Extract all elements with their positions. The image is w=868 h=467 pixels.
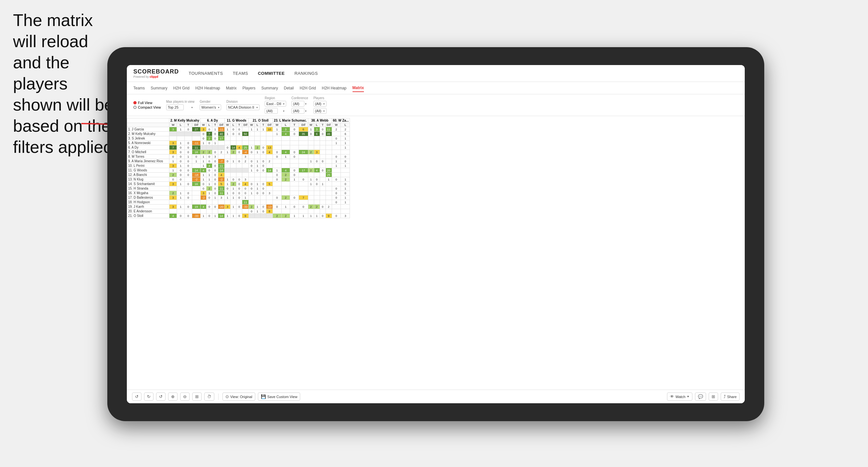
matrix-cell — [184, 132, 192, 136]
table-row: 12. A Bianchi200-18110402025 — [127, 173, 350, 177]
table-row: 16. X Mcgaha210310111000100300 — [127, 191, 350, 195]
tablet-screen: SCOREBOARD Powered by clippd TOURNAMENTS… — [127, 65, 745, 403]
matrix-cell: 0 — [273, 150, 281, 154]
matrix-cell: 0 — [184, 214, 192, 218]
matrix-cell: 14 — [218, 168, 224, 173]
matrix-cell — [332, 209, 341, 214]
nav-items: TOURNAMENTS TEAMS COMMITTEE RANKINGS — [189, 70, 318, 77]
matrix-cell — [341, 209, 350, 214]
nav-committee[interactable]: COMMITTEE — [258, 70, 285, 77]
matrix-cell: 0 — [230, 132, 236, 136]
matrix-cell: 1 — [332, 163, 341, 168]
subnav-matrix2[interactable]: Matrix — [352, 84, 364, 92]
save-custom-view-button[interactable]: 💾 Save Custom View — [258, 393, 301, 401]
subnav-h2h-grid[interactable]: H2H Grid — [173, 85, 190, 92]
matrix-cell — [224, 163, 230, 168]
matrix-cell: 3 — [212, 154, 218, 159]
region-all-select[interactable]: (All) — [265, 108, 278, 114]
matrix-cell — [308, 163, 314, 168]
zoom-in-button[interactable]: ⊕ — [168, 393, 178, 401]
subnav-matrix[interactable]: Matrix — [226, 85, 237, 92]
matrix-cell: 14 — [192, 168, 200, 173]
subnav-h2h-grid2[interactable]: H2H Grid — [300, 85, 316, 92]
players-all-select2[interactable]: (All) — [313, 108, 327, 114]
matrix-cell: 1 — [177, 195, 184, 200]
matrix-cell — [326, 200, 332, 205]
matrix-cell: 0 — [260, 150, 266, 154]
matrix-cell: 1 — [177, 182, 184, 186]
matrix-cell: 0 — [290, 127, 299, 132]
compact-view-radio[interactable]: Compact View — [133, 105, 161, 109]
full-view-radio[interactable]: Full View — [133, 101, 161, 105]
matrix-cell — [281, 159, 290, 163]
matrix-cell: 3 — [341, 214, 350, 218]
matrix-cell — [230, 209, 236, 214]
zoom-fit-button[interactable]: ⊞ — [192, 393, 202, 401]
matrix-cell: 0 — [332, 191, 341, 195]
matrix-cell: 0 — [212, 136, 218, 141]
max-players-filter: Max players in view Top 25 — [166, 100, 194, 110]
matrix-cell: 0 — [184, 150, 192, 154]
matrix-cell — [308, 173, 314, 177]
matrix-cell — [206, 209, 212, 214]
share-button[interactable]: ⤴ Share — [721, 393, 740, 401]
matrix-cell — [320, 163, 326, 168]
matrix-cell: 5 — [266, 182, 273, 186]
nav-teams[interactable]: TEAMS — [233, 70, 248, 77]
matrix-table-wrapper[interactable]: 2. M Kelly Mulcahy 6. A Dy 11. G Woods 2… — [127, 116, 745, 390]
reset-button[interactable]: ↺ — [156, 393, 165, 401]
subnav-teams[interactable]: Teams — [133, 85, 145, 92]
matrix-cell: 1 — [290, 214, 299, 218]
region-select[interactable]: East - DII — [265, 101, 286, 107]
matrix-cell: 1 — [230, 159, 236, 163]
matrix-cell: 0 — [273, 205, 281, 209]
conference-select[interactable]: (All) — [291, 101, 304, 107]
matrix-cell: 0 — [184, 127, 192, 132]
subnav-h2h-heatmap2[interactable]: H2H Heatmap — [322, 85, 346, 92]
conference-all-select-wrapper: (All) — [291, 108, 308, 114]
matrix-cell — [254, 195, 260, 200]
redo-button[interactable]: ↻ — [144, 393, 154, 401]
matrix-cell: 1 — [169, 159, 177, 163]
matrix-cell — [332, 132, 341, 136]
subnav-h2h-heatmap[interactable]: H2H Heatmap — [195, 85, 220, 92]
sh-2-w: W — [200, 123, 206, 127]
matrix-cell: 2 — [230, 182, 236, 186]
subnav-players[interactable]: Players — [242, 85, 255, 92]
matrix-cell: 0 — [236, 150, 242, 154]
matrix-cell: 0 — [273, 173, 281, 177]
max-players-select[interactable]: Top 25 — [166, 104, 184, 110]
comment-button[interactable]: 💬 — [695, 393, 706, 401]
matrix-cell — [299, 154, 308, 159]
clock-button[interactable]: ⏱ — [204, 393, 214, 401]
grid-button[interactable]: ⊞ — [709, 393, 718, 401]
matrix-cell: 0 — [230, 127, 236, 132]
matrix-cell: 16 — [192, 182, 200, 186]
subnav-summary[interactable]: Summary — [151, 85, 167, 92]
matrix-cell: 3 — [281, 127, 290, 132]
zoom-out-button[interactable]: ⊖ — [180, 393, 190, 401]
players-select[interactable]: (All) — [313, 101, 327, 107]
division-select[interactable]: NCAA Division II — [226, 104, 259, 110]
view-original-button[interactable]: ⊙ View: Original — [222, 393, 255, 401]
matrix-cell — [290, 200, 299, 205]
matrix-cell — [290, 145, 299, 150]
conference-all-select2[interactable]: (All) — [291, 108, 304, 114]
matrix-cell — [314, 209, 320, 214]
undo-button[interactable]: ↺ — [132, 393, 142, 401]
nav-rankings[interactable]: RANKINGS — [294, 70, 318, 77]
matrix-cell — [273, 191, 281, 195]
gender-select[interactable]: Women's — [200, 104, 221, 110]
matrix-cell — [290, 163, 299, 168]
watch-button[interactable]: 👁 Watch ▼ — [667, 393, 692, 401]
matrix-cell: 0 — [206, 159, 212, 163]
sh-3-l: L — [230, 123, 236, 127]
save-icon: 💾 — [261, 394, 266, 399]
matrix-cell: 0 — [206, 214, 212, 218]
matrix-cell: 2 — [308, 168, 314, 173]
matrix-cell — [230, 163, 236, 168]
matrix-cell: -7 — [218, 159, 224, 163]
subnav-summary2[interactable]: Summary — [261, 85, 278, 92]
nav-tournaments[interactable]: TOURNAMENTS — [189, 70, 223, 77]
subnav-detail[interactable]: Detail — [284, 85, 294, 92]
